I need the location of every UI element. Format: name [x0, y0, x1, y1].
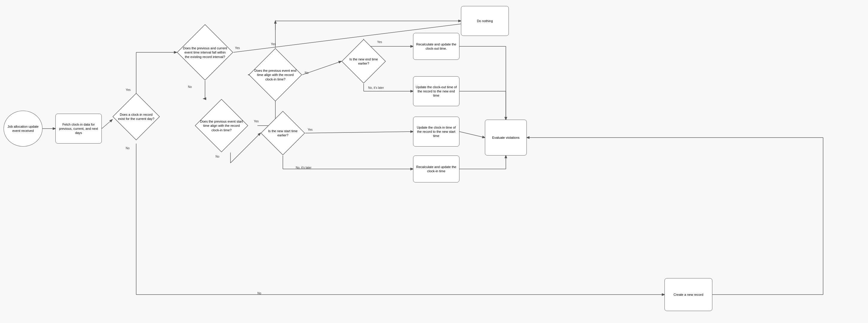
d5-label: Is the new end time earlier? [346, 57, 382, 66]
recalc-out-node: Recalculate and update the clock-out tim… [413, 33, 460, 60]
flowchart: Job allocation update event received Fet… [0, 0, 868, 323]
start-node: Job allocation update event received [4, 111, 42, 147]
d1-node: Does a clock-in record exist for the cur… [112, 93, 160, 140]
recalc-out-label: Recalculate and update the clock-out tim… [416, 42, 457, 51]
do-nothing-label: Do nothing [477, 19, 493, 23]
evaluate-label: Evaluate violations [492, 135, 520, 140]
svg-line-1 [102, 120, 112, 129]
label-d6-yes: Yes [308, 128, 312, 131]
label-d3-yes: Yes [271, 42, 276, 46]
d1-label: Does a clock-in record exist for the cur… [117, 112, 155, 121]
d4-node: Does the previous event start time align… [194, 99, 248, 153]
d3-label: Does the previous event end time align w… [254, 68, 297, 82]
label-d5-yes: Yes [377, 40, 382, 44]
label-d4-yes: Yes [254, 120, 258, 123]
label-d3-no: No [305, 71, 309, 74]
label-d4-no: No [216, 155, 219, 158]
recalc-in-label: Recalculate and update the clock-in time [416, 165, 457, 173]
start-label: Job allocation update event received [6, 124, 40, 133]
d2-label: Does the previous and current event time… [182, 46, 228, 59]
label-d1-yes: Yes [126, 88, 130, 92]
label-d6-no-later: No, it's later [296, 166, 311, 169]
label-d5-no-later: No, it's later [368, 86, 384, 90]
update-in-label: Update the clock-in time of the record t… [416, 125, 457, 138]
update-in-node: Update the clock-in time of the record t… [413, 117, 460, 147]
d2-node: Does the previous and current event time… [177, 24, 234, 81]
label-d2-yes: Yes [235, 46, 240, 50]
create-new-label: Create a new record [674, 292, 703, 297]
update-out-node: Update the clock-out time of the record … [413, 76, 460, 106]
create-new-node: Create a new record [664, 278, 712, 311]
d5-node: Is the new end time earlier? [341, 39, 386, 84]
label-d1-no-bottom: No [257, 292, 261, 295]
fetch-node: Fetch clock-in data for previous, curren… [55, 114, 102, 143]
do-nothing-node: Do nothing [461, 6, 509, 36]
recalc-in-node: Recalculate and update the clock-in time [413, 156, 460, 183]
label-d1-no: No [126, 147, 130, 150]
update-out-label: Update the clock-out time of the record … [416, 85, 457, 98]
d4-label: Does the previous event start time align… [200, 119, 243, 132]
label-d2-no: No [188, 85, 192, 89]
d6-label: Is the new start time earlier? [265, 129, 301, 137]
evaluate-node: Evaluate violations [485, 120, 527, 156]
svg-line-27 [460, 132, 485, 137]
fetch-label: Fetch clock-in data for previous, curren… [58, 122, 99, 135]
d6-node: Is the new start time earlier? [260, 111, 305, 156]
svg-line-20 [305, 132, 413, 133]
d3-node: Does the previous event end time align w… [248, 48, 302, 102]
